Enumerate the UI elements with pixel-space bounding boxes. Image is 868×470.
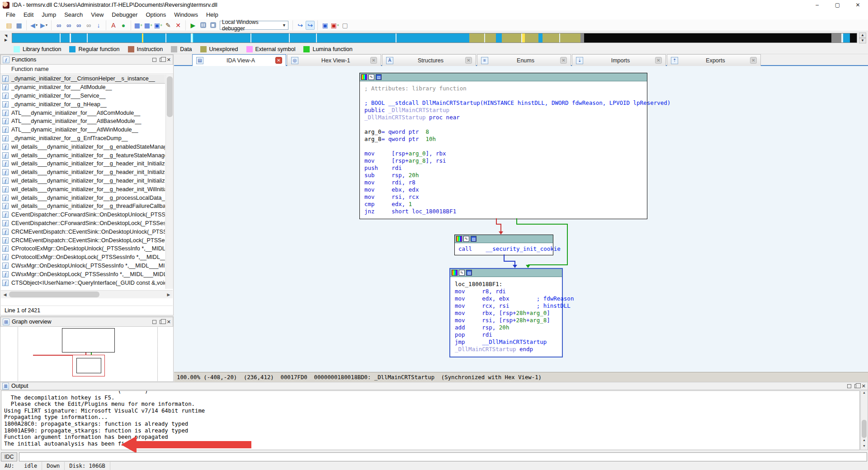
function-list-item[interactable]: fATL___dynamic_initializer_for___AtlWinM…	[1, 126, 165, 134]
add-watch-icon[interactable]: ▦+	[144, 21, 153, 30]
menu-item-edit[interactable]: Edit	[19, 10, 38, 19]
node-group-icon[interactable]: ▤	[471, 236, 476, 242]
function-list-item[interactable]: f_dynamic_initializer_for__g_hHeap__	[1, 100, 165, 108]
node-color-icon[interactable]	[361, 74, 367, 80]
node-group-icon[interactable]: ▤	[466, 270, 472, 276]
function-list-item[interactable]: fCProtocolExMgr::OnDesktopLock(_PTSSessI…	[1, 253, 165, 262]
function-list-item[interactable]: fCProtocolExMgr::OnDesktopUnlock(_PTSSes…	[1, 244, 165, 253]
tab-close-icon[interactable]: ✕	[560, 57, 567, 64]
function-list-item[interactable]: fwil_details___dynamic_initializer_for__…	[1, 168, 165, 177]
tab-enums[interactable]: ≡Enums✕	[477, 54, 571, 66]
detach-icon[interactable]: ▢	[340, 21, 349, 30]
search-text-icon[interactable]: ∞	[64, 21, 73, 30]
node-edit-icon[interactable]: ✎	[459, 270, 465, 276]
menu-item-jump[interactable]: Jump	[38, 10, 60, 19]
search-sequence-icon[interactable]: ∞	[74, 21, 83, 30]
node-color-icon[interactable]	[452, 270, 458, 276]
tab-imports[interactable]: ⇣Imports✕	[572, 54, 666, 66]
jump-icon[interactable]: ↓	[94, 21, 103, 30]
back-icon[interactable]: ◀▾	[29, 21, 38, 30]
pause-icon[interactable]	[198, 21, 208, 30]
scroll-down-icon[interactable]: ▼	[861, 444, 868, 450]
maximize-button[interactable]: ▢	[827, 0, 848, 10]
menu-item-options[interactable]: Options	[142, 10, 170, 19]
function-list-item[interactable]: fCRCMEventDispatch::CEventSink::OnDeskto…	[1, 236, 165, 244]
function-list-item[interactable]: fATL___dynamic_initializer_for___AtlBase…	[1, 117, 165, 126]
function-list-item[interactable]: fCRCMEventDispatch::CEventSink::OnDeskto…	[1, 227, 165, 236]
close-panel-icon[interactable]: ✕	[167, 320, 171, 324]
function-name-column-header[interactable]: Function name	[0, 65, 173, 74]
lumina-sphere-icon[interactable]: ●	[119, 21, 128, 30]
navigation-band[interactable]	[12, 33, 857, 43]
menu-item-debugger[interactable]: Debugger	[108, 10, 142, 19]
menu-item-search[interactable]: Search	[60, 10, 87, 19]
function-list-item[interactable]: fwil_details___dynamic_initializer_for__…	[1, 160, 165, 168]
function-list-item[interactable]: fCEventDispatcher::CForwardSink::OnDeskt…	[1, 219, 165, 228]
restore-panel-icon[interactable]	[152, 58, 156, 62]
add-breakpoint-icon[interactable]: ▦+	[134, 21, 143, 30]
idc-button[interactable]: IDC	[1, 452, 17, 461]
function-list-vertical-scrollbar[interactable]	[165, 75, 173, 289]
tab-close-icon[interactable]: ✕	[370, 57, 377, 64]
scroll-left-icon[interactable]: ◀	[1, 292, 9, 297]
navband-zoom-in-icon[interactable]: ▲	[859, 33, 866, 38]
minimize-button[interactable]: –	[807, 0, 827, 10]
float-panel-icon[interactable]	[160, 58, 164, 62]
node-edit-icon[interactable]: ✎	[368, 74, 374, 80]
function-list-item[interactable]: fwil_details___dynamic_initializer_for__…	[1, 202, 165, 211]
graph-node-security-cookie[interactable]: ✎ ▤ call __security_init_cookie	[454, 235, 553, 255]
edit-pencil-icon[interactable]: ✎	[164, 21, 173, 30]
function-list-item[interactable]: fCEventDispatcher::CForwardSink::OnDeskt…	[1, 211, 165, 219]
function-list-item[interactable]: fwil_details___dynamic_initializer_for__…	[1, 142, 165, 151]
output-vertical-scrollbar[interactable]: ▲ ▲ ▼	[860, 390, 868, 450]
float-panel-icon[interactable]	[160, 320, 164, 324]
search-gray-icon[interactable]: ∞	[84, 21, 93, 30]
step-into-icon[interactable]: ↪	[296, 21, 305, 30]
text-view-icon[interactable]: A	[109, 21, 118, 30]
output-log[interactable]: ( ) The decompilation hotkey is F5. Plea…	[1, 390, 860, 450]
tab-close-icon[interactable]: ✕	[750, 57, 757, 64]
debugger-select[interactable]: Local Windows debugger▼	[220, 21, 288, 30]
tab-exports[interactable]: ⇡Exports✕	[667, 54, 761, 66]
function-list-item[interactable]: fCWsxMgr::OnDesktopLock(_PTSSessInfo *,_…	[1, 270, 165, 278]
restore-panel-icon[interactable]	[847, 384, 851, 388]
function-list-item[interactable]: f_dynamic_initializer_for___AtlModule__	[1, 83, 165, 92]
search-binoculars-icon[interactable]: ∞	[54, 21, 63, 30]
function-list-item[interactable]: fATL___dynamic_initializer_for___AtlComM…	[1, 108, 165, 117]
function-list-item[interactable]: fCTSObject<IUserName>::QueryInterface(_G…	[1, 278, 165, 287]
graph-node-titlebar[interactable]: ✎ ▤	[360, 73, 647, 81]
node-group-icon[interactable]: ▤	[376, 74, 382, 80]
float-panel-icon[interactable]	[854, 384, 859, 388]
graph-overview-titlebar[interactable]: ⊞ Graph overview ✕	[0, 317, 173, 327]
restore-panel-icon[interactable]	[152, 320, 156, 324]
idc-command-input[interactable]	[19, 452, 867, 461]
function-list-item[interactable]: f_dynamic_initializer_for__g_EnfTraceDum…	[1, 134, 165, 143]
function-list-item[interactable]: fwil_details___dynamic_initializer_for__…	[1, 151, 165, 160]
tab-close-icon[interactable]: ✕	[655, 57, 662, 64]
menu-item-view[interactable]: View	[87, 10, 108, 19]
graph-overview-canvas[interactable]	[1, 327, 173, 381]
graph-node-entry[interactable]: ✎ ▤ ; Attributes: library function ; BOO…	[359, 73, 647, 219]
function-list-item[interactable]: fwil_details___dynamic_initializer_for__…	[1, 193, 165, 202]
menu-item-windows[interactable]: Windows	[170, 10, 202, 19]
tab-ida-view-a[interactable]: ▤IDA View-A✕	[192, 54, 286, 66]
functions-panel-titlebar[interactable]: ƒ Functions ✕	[0, 55, 173, 65]
scroll-right-icon[interactable]: ▶	[165, 292, 173, 297]
graph-node-titlebar[interactable]: ✎ ▤	[450, 269, 562, 277]
forward-icon[interactable]: ▶▾	[39, 21, 48, 30]
stop-icon[interactable]	[208, 21, 217, 30]
tab-structures[interactable]: AStructures✕	[382, 54, 476, 66]
window-list-icon[interactable]: ▣	[321, 21, 330, 30]
scroll-up-icon[interactable]: ▲	[861, 391, 868, 396]
run-icon[interactable]: ▶	[189, 21, 198, 30]
menu-item-file[interactable]: File	[2, 10, 19, 19]
save-icon[interactable]: ▦	[14, 21, 24, 30]
function-list-item[interactable]: fwil_details___dynamic_initializer_for__…	[1, 185, 165, 193]
node-color-icon[interactable]	[456, 236, 462, 242]
function-list-item[interactable]: f_dynamic_initializer_for__CrimsonHelper…	[1, 75, 165, 83]
close-panel-icon[interactable]: ✕	[862, 384, 866, 388]
function-list-item[interactable]: fCWsxMgr::OnDesktopUnlock(_PTSSessInfo *…	[1, 262, 165, 270]
tab-close-icon[interactable]: ✕	[465, 57, 472, 64]
navband-zoom-out-icon[interactable]: ▼	[859, 38, 866, 43]
tab-close-icon[interactable]: ✕	[275, 57, 282, 64]
